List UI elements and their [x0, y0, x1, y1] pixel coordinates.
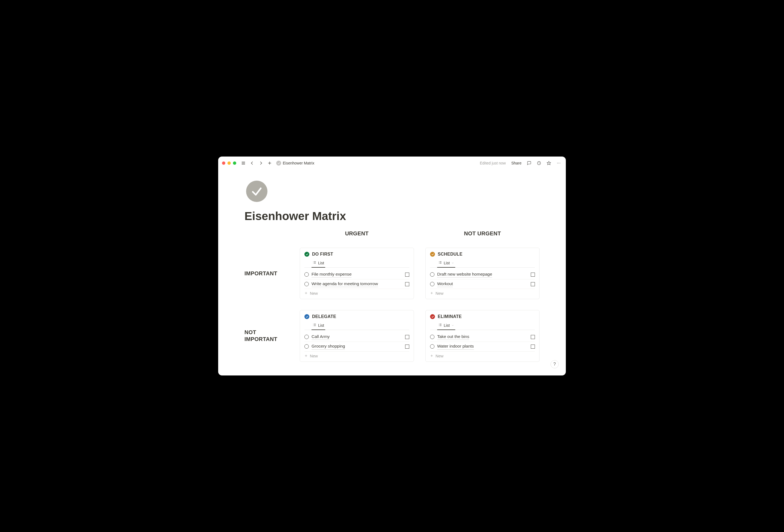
list-item[interactable]: Take out the bins [430, 332, 535, 342]
help-label: ? [554, 362, 556, 367]
nav-forward-button[interactable] [258, 160, 264, 166]
updates-icon[interactable] [536, 160, 542, 166]
checkbox[interactable] [531, 282, 535, 286]
edited-status: Edited just now [480, 161, 506, 165]
app-window: Eisenhower Matrix Edited just now Share … [218, 157, 566, 375]
window-zoom-button[interactable] [233, 162, 236, 165]
row-header-important: IMPORTANT [245, 270, 288, 277]
view-tab-label: List [444, 323, 450, 328]
checkbox[interactable] [531, 273, 535, 277]
page-icon[interactable] [246, 180, 268, 202]
breadcrumb[interactable]: Eisenhower Matrix [276, 161, 314, 166]
page-content: Eisenhower Matrix URGENT NOT URGENT IMPO… [218, 170, 566, 375]
help-button[interactable]: ? [551, 360, 559, 368]
svg-point-7 [557, 163, 558, 163]
column-header-urgent: URGENT [300, 230, 414, 237]
breadcrumb-check-icon [276, 161, 281, 166]
svg-point-21 [439, 261, 439, 262]
svg-point-23 [439, 263, 439, 263]
new-label: New [436, 291, 444, 296]
plus-icon [304, 291, 308, 296]
page-title[interactable]: Eisenhower Matrix [245, 209, 539, 223]
new-tab-button[interactable] [267, 160, 273, 166]
status-circle-icon[interactable] [304, 282, 309, 286]
topbar: Eisenhower Matrix Edited just now Share [218, 157, 566, 170]
window-close-button[interactable] [222, 162, 225, 165]
view-tab-label: List [318, 323, 324, 328]
check-badge-icon [304, 252, 309, 257]
svg-point-39 [439, 326, 439, 326]
checkbox[interactable] [405, 344, 409, 348]
list-item[interactable]: Water indoor plants [430, 342, 535, 352]
card-schedule: SCHEDULE List Draft new website homepage [425, 248, 539, 299]
nav-back-button[interactable] [249, 160, 255, 166]
status-circle-icon[interactable] [430, 272, 435, 277]
view-tab-list[interactable]: List [438, 322, 455, 330]
card-eliminate: ELIMINATE List Take out the bins [425, 310, 539, 362]
checkbox[interactable] [405, 335, 409, 339]
view-tab-label: List [318, 261, 324, 265]
svg-point-9 [560, 163, 560, 163]
chevron-down-icon [451, 261, 454, 265]
window-minimize-button[interactable] [227, 162, 231, 165]
plus-icon [430, 354, 433, 358]
list-item[interactable]: Call Army [304, 332, 409, 342]
svg-point-8 [558, 163, 559, 163]
list-item[interactable]: Write agenda for meeting tomorrow [304, 279, 409, 289]
item-label[interactable]: Draft new website homepage [437, 272, 492, 278]
list-icon [438, 260, 442, 265]
check-badge-icon [430, 314, 435, 319]
comments-icon[interactable] [526, 160, 532, 166]
item-label[interactable]: File monthly expense [311, 272, 352, 278]
list-item[interactable]: Grocery shopping [304, 342, 409, 352]
list-icon [438, 323, 442, 328]
list-item[interactable]: Workout [430, 279, 535, 289]
view-tab-list[interactable]: List [312, 259, 325, 268]
view-tab-list[interactable]: List [312, 322, 325, 330]
list-item[interactable]: Draft new website homepage [430, 270, 535, 279]
item-label[interactable]: Call Army [311, 334, 330, 340]
status-circle-icon[interactable] [304, 272, 309, 277]
card-delegate: DELEGATE List Call Army [300, 310, 414, 362]
svg-point-14 [313, 262, 313, 262]
list-icon [313, 260, 316, 265]
new-item-button[interactable]: New [430, 352, 535, 359]
row-header-not-important: NOT IMPORTANT [245, 329, 288, 343]
item-label[interactable]: Workout [437, 281, 453, 287]
check-badge-icon [430, 252, 435, 257]
new-item-button[interactable]: New [304, 289, 409, 296]
item-label[interactable]: Water indoor plants [437, 343, 474, 349]
status-circle-icon[interactable] [430, 335, 435, 339]
card-title[interactable]: DO FIRST [312, 252, 333, 257]
status-circle-icon[interactable] [304, 344, 309, 348]
card-title[interactable]: DELEGATE [312, 314, 336, 319]
sidebar-toggle-icon[interactable] [240, 160, 247, 166]
checkbox[interactable] [405, 282, 409, 286]
checkbox[interactable] [405, 273, 409, 277]
view-tab-list[interactable]: List [438, 259, 455, 268]
svg-point-15 [313, 263, 313, 263]
card-title[interactable]: SCHEDULE [438, 252, 463, 257]
column-header-not-urgent: NOT URGENT [425, 230, 539, 237]
new-label: New [310, 354, 318, 358]
list-item[interactable]: File monthly expense [304, 270, 409, 279]
checkbox[interactable] [531, 335, 535, 339]
more-menu-icon[interactable] [555, 160, 562, 166]
status-circle-icon[interactable] [304, 335, 309, 339]
status-circle-icon[interactable] [430, 344, 435, 348]
plus-icon [304, 354, 308, 358]
svg-marker-6 [547, 161, 551, 165]
item-label[interactable]: Grocery shopping [311, 343, 345, 349]
svg-point-22 [439, 262, 439, 262]
card-title[interactable]: ELIMINATE [438, 314, 462, 319]
share-button[interactable]: Share [511, 161, 522, 165]
item-label[interactable]: Take out the bins [437, 334, 469, 340]
new-item-button[interactable]: New [304, 352, 409, 359]
checkbox[interactable] [531, 344, 535, 348]
new-item-button[interactable]: New [430, 289, 535, 296]
eisenhower-matrix: URGENT NOT URGENT IMPORTANT DO FIRST Lis… [245, 230, 539, 362]
check-badge-icon [304, 314, 309, 319]
item-label[interactable]: Write agenda for meeting tomorrow [311, 281, 378, 287]
favorite-icon[interactable] [545, 160, 552, 166]
status-circle-icon[interactable] [430, 282, 435, 286]
